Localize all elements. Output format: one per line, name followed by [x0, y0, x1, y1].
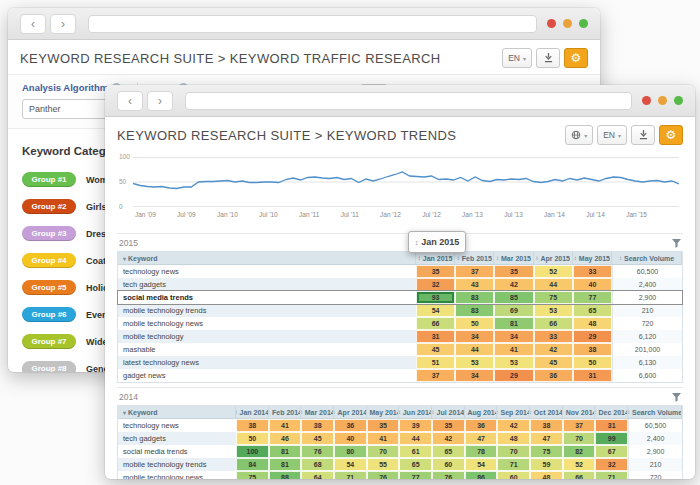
traffic-light-yellow[interactable]	[658, 96, 667, 105]
heat-cell[interactable]: 44	[534, 278, 573, 291]
heat-cell[interactable]: 44	[399, 432, 432, 445]
share-dropdown[interactable]: ▾	[565, 125, 593, 145]
heat-cell[interactable]: 68	[301, 458, 334, 471]
keyword-cell[interactable]: latest technology news	[118, 356, 416, 369]
column-header-volume[interactable]: ↕Search Volume	[612, 252, 682, 264]
heat-cell[interactable]: 29	[573, 330, 612, 343]
column-header-month[interactable]: ↕Jul 2014	[432, 406, 465, 418]
heat-cell[interactable]: 39	[399, 419, 432, 432]
group-badge[interactable]: Group #7	[22, 334, 76, 349]
heat-cell[interactable]: 88	[269, 471, 302, 479]
heat-cell[interactable]: 40	[573, 278, 612, 291]
heat-cell[interactable]: 83	[455, 304, 494, 317]
heat-cell[interactable]: 36	[334, 419, 367, 432]
heat-cell[interactable]: 70	[563, 432, 596, 445]
heat-cell[interactable]: 48	[573, 317, 612, 330]
column-header-keyword[interactable]: ▾Keyword	[118, 406, 236, 418]
heat-cell[interactable]: 66	[534, 317, 573, 330]
heat-cell[interactable]: 83	[455, 291, 494, 304]
filter-icon[interactable]	[672, 239, 681, 248]
url-bar[interactable]	[88, 15, 537, 33]
heat-cell[interactable]: 71	[595, 471, 628, 479]
language-dropdown[interactable]: EN ▾	[502, 48, 532, 68]
heat-cell[interactable]: 54	[465, 458, 498, 471]
heat-cell[interactable]: 34	[455, 369, 494, 382]
heat-cell[interactable]: 50	[455, 317, 494, 330]
heat-cell[interactable]: 81	[494, 317, 533, 330]
column-header-month[interactable]: ↕Apr 2015	[534, 252, 573, 264]
heat-cell[interactable]: 38	[573, 343, 612, 356]
heat-cell[interactable]: 67	[595, 445, 628, 458]
group-badge[interactable]: Group #2	[22, 199, 76, 214]
heat-cell[interactable]: 51	[416, 356, 455, 369]
heat-cell[interactable]: 77	[399, 471, 432, 479]
column-header-month[interactable]: ↕Nov 2014	[563, 406, 596, 418]
heat-cell[interactable]: 52	[534, 265, 573, 278]
traffic-light-yellow[interactable]	[563, 19, 572, 28]
keyword-cell[interactable]: gadget news	[118, 369, 416, 382]
heat-cell[interactable]: 37	[416, 369, 455, 382]
heat-cell[interactable]: 53	[534, 304, 573, 317]
heat-cell[interactable]: 41	[494, 343, 533, 356]
traffic-light-green[interactable]	[579, 19, 588, 28]
heat-cell[interactable]: 31	[573, 369, 612, 382]
group-badge[interactable]: Group #3	[22, 226, 76, 241]
column-header-month[interactable]: ↕Feb 2014	[269, 406, 302, 418]
keyword-cell[interactable]: mobile technology trends	[118, 458, 236, 471]
keyword-cell[interactable]: tech gadgets	[118, 432, 236, 445]
heat-cell[interactable]: 53	[455, 356, 494, 369]
group-badge[interactable]: Group #5	[22, 280, 76, 295]
group-badge[interactable]: Group #1	[22, 172, 76, 187]
keyword-cell[interactable]: mobile technology trends	[118, 304, 416, 317]
keyword-cell[interactable]: technology news	[118, 265, 416, 278]
heat-cell[interactable]: 75	[534, 291, 573, 304]
heat-cell[interactable]: 85	[494, 291, 533, 304]
heat-cell[interactable]: 61	[399, 445, 432, 458]
heat-cell[interactable]: 29	[494, 369, 533, 382]
heat-cell[interactable]: 33	[573, 265, 612, 278]
traffic-light-red[interactable]	[547, 19, 556, 28]
settings-button[interactable]: ⚙	[659, 125, 683, 145]
heat-cell[interactable]: 65	[573, 304, 612, 317]
heat-cell[interactable]: 66	[416, 317, 455, 330]
column-header-month[interactable]: ↕Feb 2015	[455, 252, 494, 264]
download-button[interactable]	[536, 48, 560, 68]
back-button[interactable]: ‹	[20, 14, 46, 34]
heat-cell[interactable]: 44	[455, 343, 494, 356]
heat-cell[interactable]: 55	[367, 458, 400, 471]
keyword-cell[interactable]: social media trends	[118, 291, 416, 304]
heat-cell[interactable]: 38	[301, 419, 334, 432]
heat-cell[interactable]: 36	[534, 369, 573, 382]
heat-cell[interactable]: 32	[595, 458, 628, 471]
column-header-month[interactable]: ↕Apr 2014	[334, 406, 367, 418]
heat-cell[interactable]: 32	[416, 278, 455, 291]
heat-cell[interactable]: 84	[236, 458, 269, 471]
heat-cell[interactable]: 36	[465, 419, 498, 432]
heat-cell[interactable]: 81	[269, 445, 302, 458]
group-badge[interactable]: Group #6	[22, 307, 76, 322]
heat-cell[interactable]: 35	[367, 419, 400, 432]
heat-cell[interactable]: 71	[497, 458, 530, 471]
heat-cell[interactable]: 71	[334, 471, 367, 479]
heat-cell[interactable]: 66	[563, 471, 596, 479]
heat-cell[interactable]: 42	[432, 432, 465, 445]
heat-cell[interactable]: 77	[573, 291, 612, 304]
heat-cell[interactable]: 42	[497, 419, 530, 432]
heat-cell[interactable]: 31	[416, 330, 455, 343]
group-badge[interactable]: Group #4	[22, 253, 76, 268]
heat-cell[interactable]: 99	[595, 432, 628, 445]
heat-cell[interactable]: 41	[269, 419, 302, 432]
settings-button[interactable]: ⚙	[564, 48, 588, 68]
forward-button[interactable]: ›	[147, 91, 173, 111]
heat-cell[interactable]: 31	[595, 419, 628, 432]
algorithm-select[interactable]: Panther ▾	[22, 99, 116, 119]
column-header-month[interactable]: ↕Jan 2014	[236, 406, 269, 418]
keyword-cell[interactable]: mashable	[118, 343, 416, 356]
heat-cell[interactable]: 42	[534, 343, 573, 356]
heat-cell[interactable]: 41	[367, 432, 400, 445]
column-header-month[interactable]: ↕Jan 2015	[416, 252, 455, 264]
heat-cell[interactable]: 42	[494, 278, 533, 291]
heat-cell[interactable]: 75	[530, 445, 563, 458]
heat-cell[interactable]: 45	[416, 343, 455, 356]
heat-cell[interactable]: 70	[367, 445, 400, 458]
